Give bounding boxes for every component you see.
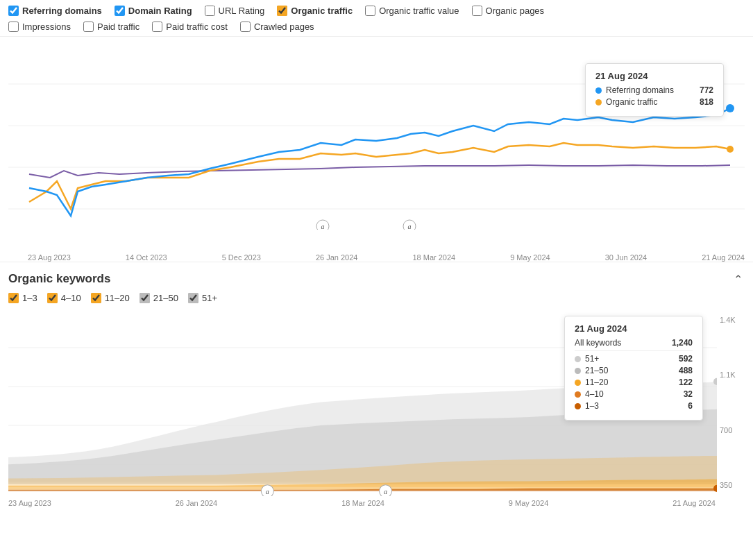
cb-kw-51plus[interactable] bbox=[188, 293, 198, 303]
chart2-x-label-2: 18 Mar 2024 bbox=[341, 499, 384, 507]
filter-organic-traffic-label: Organic traffic bbox=[291, 6, 353, 16]
kw-filter-51plus-label: 51+ bbox=[202, 293, 217, 303]
x-label-2: 5 Dec 2023 bbox=[222, 253, 261, 262]
chart2-x-axis: 23 Aug 2023 26 Jan 2024 18 Mar 2024 9 Ma… bbox=[8, 496, 745, 507]
filter-bar: Referring domains Domain Rating URL Rati… bbox=[0, 0, 753, 37]
chart2-label-21-50: 21–50 bbox=[575, 366, 608, 375]
chart2-val-1-3: 6 bbox=[688, 401, 693, 411]
dot-51plus bbox=[575, 356, 581, 362]
chart1-blue-endpoint bbox=[726, 104, 734, 112]
collapse-button[interactable]: ⌃ bbox=[731, 272, 745, 286]
annotation-b2-text: a bbox=[384, 488, 387, 495]
chart2-y-axis: 1.4K 1.1K 700 350 bbox=[716, 309, 745, 496]
annotation-a1-text: a bbox=[321, 223, 325, 230]
filter-url-rating[interactable]: URL Rating bbox=[205, 6, 265, 16]
chart1-tooltip-referring-label: Referring domains bbox=[595, 85, 674, 95]
chart2-label-4-10: 4–10 bbox=[575, 389, 604, 399]
chart2-tooltip-all-label: All keywords bbox=[575, 338, 621, 348]
x-label-3: 26 Jan 2024 bbox=[316, 253, 358, 262]
filter-paid-traffic-label: Paid traffic bbox=[97, 22, 139, 32]
kw-filter-11-20[interactable]: 11–20 bbox=[91, 293, 130, 303]
cb-kw-4-10[interactable] bbox=[47, 293, 58, 303]
kw-filter-21-50-label: 21–50 bbox=[153, 293, 178, 303]
chart2-x-label-0: 23 Aug 2023 bbox=[8, 499, 51, 507]
chart2-tooltip-51plus: 51+ 592 bbox=[575, 354, 693, 364]
filter-referring-domains[interactable]: Referring domains bbox=[8, 6, 102, 16]
cb-paid-traffic-cost[interactable] bbox=[152, 22, 162, 32]
chart1-x-axis: 23 Aug 2023 14 Oct 2023 5 Dec 2023 26 Ja… bbox=[0, 251, 753, 262]
kw-filter-1-3[interactable]: 1–3 bbox=[8, 293, 37, 303]
chart2-wrapper: a a 1.4K 1.1K 700 350 21 Aug 2024 All ke… bbox=[8, 309, 745, 496]
chart1-tooltip-referring-value: 772 bbox=[700, 85, 713, 95]
filter-impressions-label: Impressions bbox=[22, 22, 71, 32]
dot-orange-organic bbox=[595, 99, 602, 105]
x-label-0: 23 Aug 2023 bbox=[28, 253, 71, 262]
chart1-section: a a 21 Aug 2024 Referring domains 772 bbox=[0, 37, 753, 262]
chart2-section: a a 1.4K 1.1K 700 350 21 Aug 2024 All ke… bbox=[0, 309, 753, 507]
filter-paid-traffic-cost-label: Paid traffic cost bbox=[166, 22, 228, 32]
chart1-area: a a 21 Aug 2024 Referring domains 772 bbox=[0, 42, 753, 251]
filter-domain-rating-label: Domain Rating bbox=[128, 6, 192, 16]
x-label-7: 21 Aug 2024 bbox=[702, 253, 745, 262]
chart1-tooltip-organic-text: Organic traffic bbox=[606, 97, 657, 107]
chart2-tooltip-all-value: 1,240 bbox=[672, 338, 693, 348]
filter-organic-pages-label: Organic pages bbox=[486, 6, 545, 16]
y-label-1-1k: 1.1K bbox=[720, 371, 741, 379]
kw-filter-1-3-label: 1–3 bbox=[22, 293, 37, 303]
chart1-tooltip-date: 21 Aug 2024 bbox=[595, 71, 713, 81]
dot-4-10 bbox=[575, 391, 581, 398]
x-label-1: 14 Oct 2023 bbox=[126, 253, 167, 262]
kw-filter-21-50[interactable]: 21–50 bbox=[139, 293, 178, 303]
kw-filter-4-10[interactable]: 4–10 bbox=[47, 293, 81, 303]
chart2-tooltip-4-10: 4–10 32 bbox=[575, 389, 693, 399]
x-label-4: 18 Mar 2024 bbox=[412, 253, 455, 262]
cb-kw-1-3[interactable] bbox=[8, 293, 19, 303]
cb-organic-traffic[interactable] bbox=[277, 6, 287, 16]
cb-url-rating[interactable] bbox=[205, 6, 215, 16]
kw-filter-4-10-label: 4–10 bbox=[61, 293, 81, 303]
filter-organic-pages[interactable]: Organic pages bbox=[472, 6, 545, 16]
cb-domain-rating[interactable] bbox=[115, 6, 125, 16]
dot-blue-referring bbox=[595, 87, 602, 94]
cb-kw-21-50[interactable] bbox=[139, 293, 150, 303]
cb-impressions[interactable] bbox=[8, 22, 19, 32]
cb-referring-domains[interactable] bbox=[8, 6, 19, 16]
cb-paid-traffic[interactable] bbox=[83, 22, 94, 32]
chart1-tooltip-referring-text: Referring domains bbox=[606, 85, 674, 95]
y-label-700: 700 bbox=[720, 426, 741, 434]
chart2-text-51plus: 51+ bbox=[585, 354, 599, 364]
cb-kw-11-20[interactable] bbox=[91, 293, 101, 303]
chart2-label-11-20: 11–20 bbox=[575, 377, 608, 387]
chart2-val-21-50: 488 bbox=[679, 366, 693, 375]
chart1-svg-wrapper: a a 21 Aug 2024 Referring domains 772 bbox=[8, 42, 745, 230]
filter-paid-traffic[interactable]: Paid traffic bbox=[83, 22, 139, 32]
chart2-val-51plus: 592 bbox=[679, 354, 693, 364]
chart1-orange-endpoint bbox=[727, 146, 734, 153]
filter-crawled-pages[interactable]: Crawled pages bbox=[240, 22, 314, 32]
filter-organic-traffic[interactable]: Organic traffic bbox=[277, 6, 353, 16]
filter-paid-traffic-cost[interactable]: Paid traffic cost bbox=[152, 22, 228, 32]
cb-organic-pages[interactable] bbox=[472, 6, 482, 16]
chart2-val-4-10: 32 bbox=[684, 389, 693, 399]
kw-filter-51plus[interactable]: 51+ bbox=[188, 293, 217, 303]
filter-crawled-pages-label: Crawled pages bbox=[254, 22, 314, 32]
chart2-tooltip-1-3: 1–3 6 bbox=[575, 401, 693, 411]
kw-filter-11-20-label: 11–20 bbox=[105, 293, 130, 303]
cb-crawled-pages[interactable] bbox=[240, 22, 251, 32]
chart2-text-4-10: 4–10 bbox=[585, 389, 604, 399]
chart2-x-label-3: 9 May 2024 bbox=[509, 499, 548, 507]
organic-keywords-header: Organic keywords ⌃ bbox=[0, 262, 753, 293]
annotation-a2-text: a bbox=[408, 223, 412, 230]
cb-organic-traffic-value[interactable] bbox=[365, 6, 375, 16]
filter-referring-domains-label: Referring domains bbox=[22, 6, 102, 16]
filter-url-rating-label: URL Rating bbox=[219, 6, 265, 16]
chart2-tooltip: 21 Aug 2024 All keywords 1,240 51+ 592 2… bbox=[564, 316, 703, 421]
filter-domain-rating[interactable]: Domain Rating bbox=[115, 6, 192, 16]
chart2-text-1-3: 1–3 bbox=[585, 401, 599, 411]
chart2-text-21-50: 21–50 bbox=[585, 366, 608, 375]
chart2-tooltip-date: 21 Aug 2024 bbox=[575, 323, 693, 334]
organic-keywords-title: Organic keywords bbox=[8, 272, 110, 286]
kw-filter-bar: 1–3 4–10 11–20 21–50 51+ bbox=[0, 293, 753, 309]
filter-organic-traffic-value[interactable]: Organic traffic value bbox=[365, 6, 459, 16]
filter-impressions[interactable]: Impressions bbox=[8, 22, 71, 32]
